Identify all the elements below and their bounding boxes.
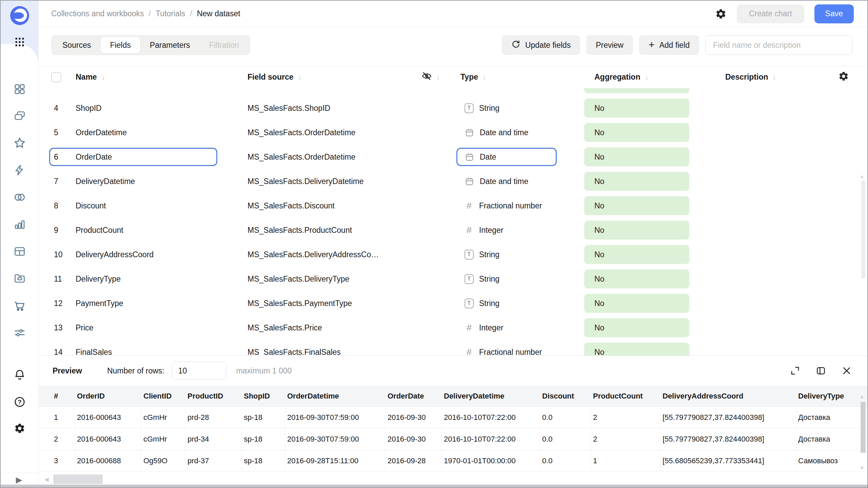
preview-col-header[interactable]: ProductCount [591, 392, 660, 401]
preview-col-header[interactable]: Discount [540, 392, 591, 401]
field-row[interactable]: 7 DeliveryDatetime MS_SalesFacts.Deliver… [39, 169, 867, 194]
field-name[interactable]: ShopID [76, 104, 248, 113]
sliders-icon[interactable] [13, 326, 26, 339]
field-name[interactable]: DeliveryAddressCoord [76, 250, 248, 259]
scroll-up-icon[interactable]: ▲ [860, 394, 864, 399]
column-header-aggregation[interactable]: Aggregation↓ [577, 73, 706, 82]
field-name[interactable]: DeliveryType [76, 274, 248, 284]
field-type-select[interactable]: # Integer [460, 225, 577, 236]
preview-col-header[interactable]: DeliveryAddressCoord [660, 392, 796, 401]
folder-cloud-icon[interactable] [14, 272, 26, 285]
aggregation-select[interactable]: No [584, 221, 689, 240]
cart-icon[interactable] [13, 299, 26, 312]
field-source[interactable]: MS_SalesFacts.Discount [248, 201, 421, 210]
field-row[interactable]: 12 PaymentType MS_SalesFacts.PaymentType… [39, 291, 867, 316]
create-chart-button[interactable]: Create chart [737, 4, 804, 23]
scroll-left-icon[interactable]: ◀ [44, 476, 48, 483]
squares-icon[interactable] [14, 83, 26, 95]
preview-col-header[interactable]: ProductID [185, 392, 242, 401]
field-source[interactable]: MS_SalesFacts.OrderDatetime [248, 128, 421, 137]
table-icon[interactable] [14, 245, 26, 258]
field-name[interactable]: FinalSales [76, 348, 248, 356]
field-type-select[interactable]: Date and time [460, 128, 577, 138]
select-all-checkbox[interactable] [51, 72, 61, 82]
dataset-settings-gear-icon[interactable] [715, 8, 727, 20]
aggregation-select[interactable]: No [584, 99, 689, 118]
column-header-type[interactable]: Type↓ [460, 73, 577, 82]
expand-preview-icon[interactable] [790, 366, 800, 376]
field-source[interactable]: MS_SalesFacts.OrderDatetime [248, 152, 421, 162]
preview-col-header[interactable]: OrderDatetime [285, 392, 386, 401]
aggregation-select[interactable]: No [584, 172, 689, 191]
tab-sources[interactable]: Sources [53, 37, 100, 53]
preview-col-header[interactable]: OrderDate [386, 392, 442, 401]
help-icon[interactable]: ? [14, 396, 26, 408]
close-preview-icon[interactable] [842, 366, 852, 376]
field-name[interactable]: ProductCount [76, 226, 248, 235]
field-source[interactable]: MS_SalesFacts.FinalSales [248, 348, 421, 356]
circles-icon[interactable] [13, 191, 26, 204]
field-type-select[interactable]: Date and time [460, 177, 577, 186]
bar-chart-icon[interactable] [14, 218, 26, 230]
rows-count-input[interactable] [172, 362, 227, 380]
field-row-selected[interactable]: 6 OrderDate MS_SalesFacts.OrderDatetime … [39, 145, 867, 169]
field-type-select[interactable]: T String [460, 103, 577, 113]
aggregation-select[interactable]: No [584, 343, 689, 355]
field-row[interactable]: 5 OrderDatetime MS_SalesFacts.OrderDatet… [39, 120, 867, 145]
column-header-name[interactable]: Name↓ [76, 73, 248, 82]
aggregation-select[interactable]: No [584, 318, 689, 337]
field-row[interactable]: 4 ShopID MS_SalesFacts.ShopID T String N… [39, 96, 867, 120]
field-row[interactable]: 8 Discount MS_SalesFacts.Discount # Frac… [39, 194, 867, 218]
fields-vertical-scrollbar[interactable] [861, 180, 865, 279]
field-type-select[interactable]: # Fractional number [460, 347, 577, 356]
preview-horizontal-scrollbar[interactable]: ◀ [39, 473, 867, 485]
add-field-button[interactable]: + Add field [639, 35, 699, 55]
field-source[interactable]: MS_SalesFacts.PaymentType [248, 299, 421, 308]
field-type-select[interactable]: T String [460, 299, 577, 308]
horizontal-scrollbar-thumb[interactable] [53, 474, 103, 484]
scroll-down-icon[interactable]: ▼ [860, 465, 864, 470]
bolt-icon[interactable] [14, 164, 26, 176]
field-row[interactable]: 14 FinalSales MS_SalesFacts.FinalSales #… [39, 340, 867, 355]
field-row[interactable]: 10 DeliveryAddressCoord MS_SalesFacts.De… [39, 242, 867, 267]
breadcrumb-collections[interactable]: Collections and workbooks [51, 9, 144, 18]
settings-gear-icon[interactable] [14, 423, 25, 434]
tab-fields[interactable]: Fields [101, 37, 140, 53]
star-icon[interactable] [13, 137, 26, 149]
preview-col-header[interactable]: OrderID [75, 392, 141, 401]
all-services-grid-icon[interactable] [14, 36, 25, 48]
column-header-description[interactable]: Description↓ [706, 71, 867, 84]
field-source[interactable]: MS_SalesFacts.ProductCount [248, 226, 421, 235]
copies-icon[interactable] [14, 110, 26, 122]
preview-vertical-scrollbar[interactable] [861, 402, 866, 453]
field-name[interactable]: OrderDatetime [76, 128, 248, 137]
preview-col-header[interactable]: ShopID [242, 392, 285, 401]
preview-col-header[interactable]: ClientID [141, 392, 185, 401]
field-source[interactable]: MS_SalesFacts.ShopID [248, 104, 421, 113]
column-header-field-source[interactable]: Field source↓ [248, 73, 421, 82]
field-name[interactable]: DeliveryDatetime [76, 177, 248, 186]
field-name[interactable]: Price [76, 323, 248, 332]
aggregation-select[interactable]: No [584, 196, 689, 215]
field-source[interactable]: MS_SalesFacts.Price [248, 323, 421, 332]
aggregation-select[interactable]: No [584, 294, 689, 313]
preview-button[interactable]: Preview [586, 35, 633, 55]
datalens-logo-icon[interactable] [10, 6, 29, 25]
save-button[interactable]: Save [814, 4, 854, 23]
preview-col-header[interactable]: DeliveryType [796, 392, 867, 401]
field-name[interactable]: PaymentType [76, 299, 248, 308]
aggregation-select[interactable]: No [584, 269, 689, 288]
expand-sidebar-icon[interactable]: ▶ [16, 475, 22, 485]
update-fields-button[interactable]: Update fields [502, 35, 580, 55]
field-search-input[interactable] [705, 35, 852, 55]
field-source[interactable]: MS_SalesFacts.DeliveryAddressCo… [248, 250, 421, 259]
preview-col-header[interactable]: DeliveryDatetime [442, 392, 540, 401]
split-view-icon[interactable] [816, 366, 826, 376]
tab-parameters[interactable]: Parameters [141, 37, 199, 53]
field-source[interactable]: MS_SalesFacts.DeliveryType [248, 274, 421, 284]
field-row[interactable]: 9 ProductCount MS_SalesFacts.ProductCoun… [39, 218, 867, 242]
field-type-select[interactable]: T String [460, 250, 577, 260]
field-type-select[interactable]: # Fractional number [460, 201, 577, 211]
field-name[interactable]: Discount [76, 201, 248, 210]
field-type-select[interactable]: T String [460, 274, 577, 284]
